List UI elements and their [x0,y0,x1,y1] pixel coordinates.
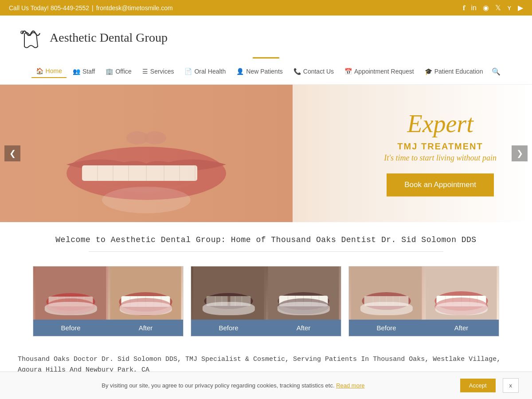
nav-home[interactable]: 🏠 Home [31,65,66,78]
gallery-before-3 [349,266,424,320]
gallery-after-1 [108,266,183,320]
gallery-before-2 [191,266,266,320]
services-icon: ☰ [142,68,148,75]
separator: | [92,4,94,12]
svg-rect-13 [0,85,293,222]
svg-point-48 [278,298,329,314]
svg-rect-35 [228,296,231,306]
hero-prev-button[interactable]: ❮ [4,145,20,161]
read-more-link[interactable]: Read more [336,382,364,384]
book-appointment-button[interactable]: Book an Appointment [387,173,494,196]
nav-education-label: Patient Education [434,68,483,75]
svg-point-22 [47,298,95,314]
facebook-icon[interactable]: 𝐟 [463,4,465,12]
yelp-icon[interactable]: ʏ [507,4,512,12]
gallery-labels-3: Before After [349,320,499,336]
linkedin-icon[interactable]: in [471,4,477,12]
contact-icon: 📞 [293,68,301,75]
gallery-after-label-2: After [266,320,341,336]
hero-photo [0,85,293,222]
gallery: Before After [0,259,532,345]
nav-oral-health-label: Oral Health [194,68,226,75]
hero-tagline: It's time to start living without pain [384,153,497,163]
search-icon[interactable]: 🔍 [492,67,501,76]
social-links: 𝐟 in ◉ 𝕏 ʏ ▶ [463,4,523,12]
contact-info: Call Us Today! 805-449-2552 | frontdesk@… [9,4,173,12]
gallery-after-label-3: After [424,320,499,336]
youtube-icon[interactable]: ▶ [518,4,523,12]
nav-appointment-request[interactable]: 📅 Appointment Request [340,65,419,78]
nav-office[interactable]: 🏢 Office [101,65,136,78]
appointment-icon: 📅 [344,68,352,75]
welcome-title: Welcome to Aesthetic Dental Group: Home … [18,235,514,244]
gallery-before-label-3: Before [349,320,424,336]
gallery-images-1 [33,266,183,320]
education-icon: 🎓 [425,68,432,75]
nav-oral-health[interactable]: 📄 Oral Health [180,65,230,78]
nav-contact-label: Contact Us [303,68,334,75]
header: Aesthetic Dental Group [0,16,532,59]
nav-patient-education[interactable]: 🎓 Patient Education [420,65,488,78]
welcome-section: Welcome to Aesthetic Dental Group: Home … [0,222,532,259]
staff-icon: 👥 [73,68,80,75]
top-bar: Call Us Today! 805-449-2552 | frontdesk@… [0,0,532,16]
hero-slider: ❮ Expert TMJ TREATMENT It's time to star… [0,85,532,222]
cookie-accept-button[interactable]: Accept [460,379,496,384]
nav-appointment-label: Appointment Request [354,68,414,75]
gallery-before-label-2: Before [191,320,266,336]
gallery-item-2: Before After [191,266,341,336]
welcome-divider [89,251,443,252]
header-divider [253,57,279,59]
gallery-before-1 [33,266,108,320]
nav-contact-us[interactable]: 📞 Contact Us [289,65,338,78]
gallery-after-label-1: After [108,320,183,336]
gallery-labels-2: Before After [191,320,341,336]
hero-image [0,85,293,222]
home-icon: 🏠 [36,67,43,74]
oral-health-icon: 📄 [184,68,192,75]
nav-staff-label: Staff [82,68,95,75]
email-text[interactable]: frontdesk@timetosmile.com [96,4,173,12]
hero-title: Expert [384,110,497,138]
office-icon: 🏢 [106,68,113,75]
gallery-images-2 [191,266,341,320]
gallery-labels-1: Before After [33,320,183,336]
svg-point-65 [435,297,488,315]
twitter-icon[interactable]: 𝕏 [495,4,501,12]
main-nav: 🏠 Home 👥 Staff 🏢 Office ☰ Services 📄 Ora… [0,59,532,85]
logo-icon [18,24,44,51]
hero-next-button[interactable]: ❯ [512,145,528,161]
hero-subtitle: TMJ TREATMENT [384,141,497,152]
cookie-bar: By visiting our site, you agree to our p… [0,372,532,384]
phone-text: Call Us Today! 805-449-2552 [9,4,89,12]
gallery-after-3 [424,266,499,320]
new-patients-icon: 👤 [236,68,244,75]
nav-new-patients[interactable]: 👤 New Patients [232,65,287,78]
nav-services[interactable]: ☰ Services [138,65,179,78]
gallery-item-3: Before After [348,266,499,336]
gallery-before-label-1: Before [33,320,108,336]
nav-staff[interactable]: 👥 Staff [68,65,100,78]
cookie-message: By visiting our site, you agree to our p… [13,382,453,384]
nav-new-patients-label: New Patients [246,68,282,75]
brand-name: Aesthetic Dental Group [50,31,168,45]
gallery-after-2 [266,266,341,320]
gallery-images-3 [349,266,499,320]
logo-row: Aesthetic Dental Group [18,24,168,51]
instagram-icon[interactable]: ◉ [483,4,489,12]
cookie-close-button[interactable]: x [503,378,519,384]
svg-point-31 [119,298,172,316]
hero-text: Expert TMJ TREATMENT It's time to start … [384,110,497,196]
nav-services-label: Services [150,68,174,75]
nav-office-label: Office [115,68,131,75]
gallery-item-1: Before After [33,266,184,336]
nav-home-label: Home [46,67,62,74]
